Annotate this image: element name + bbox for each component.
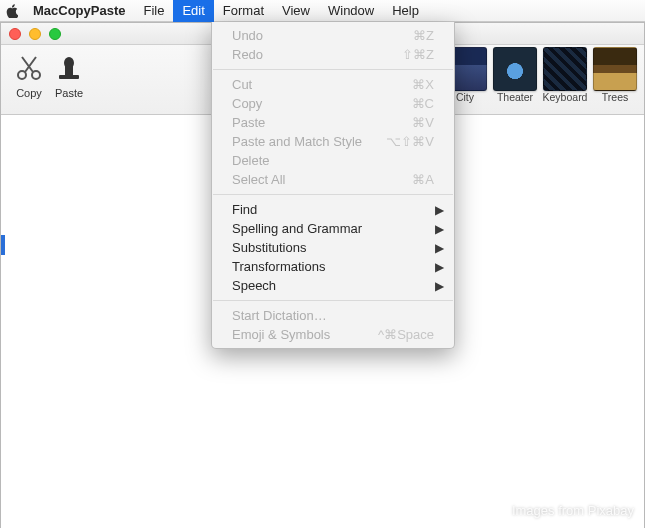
menu-item-cut: Cut⌘X	[212, 75, 454, 94]
chevron-right-icon: ▶	[435, 260, 444, 274]
window-close-button[interactable]	[9, 28, 21, 40]
menu-item-label: Substitutions	[232, 240, 434, 255]
menu-item-label: Emoji & Symbols	[232, 327, 378, 342]
menubar-app-name[interactable]: MacCopyPaste	[24, 0, 134, 22]
paste-toolbar-label: Paste	[55, 87, 83, 99]
menu-item-undo: Undo⌘Z	[212, 26, 454, 45]
menubar-format[interactable]: Format	[214, 0, 273, 22]
chevron-right-icon: ▶	[435, 241, 444, 255]
menu-item-shortcut: ⌘X	[412, 77, 434, 92]
menubar-help[interactable]: Help	[383, 0, 428, 22]
copy-toolbar-label: Copy	[16, 87, 42, 99]
menu-item-shortcut: ⌥⇧⌘V	[386, 134, 434, 149]
thumb-label: Trees	[602, 91, 628, 103]
menu-item-transformations[interactable]: Transformations▶	[212, 257, 454, 276]
window-minimize-button[interactable]	[29, 28, 41, 40]
menu-item-label: Undo	[232, 28, 413, 43]
keyboard-image-icon	[543, 47, 587, 91]
menu-item-shortcut: ⌘C	[412, 96, 434, 111]
menu-item-label: Find	[232, 202, 434, 217]
chevron-right-icon: ▶	[435, 222, 444, 236]
menu-separator	[213, 69, 453, 70]
menu-separator	[213, 194, 453, 195]
menubar-file[interactable]: File	[134, 0, 173, 22]
svg-rect-2	[59, 75, 79, 79]
menu-item-substitutions[interactable]: Substitutions▶	[212, 238, 454, 257]
menu-item-label: Paste	[232, 115, 412, 130]
menu-item-label: Cut	[232, 77, 412, 92]
menu-item-select-all: Select All⌘A	[212, 170, 454, 189]
menubar-view[interactable]: View	[273, 0, 319, 22]
menu-item-label: Transformations	[232, 259, 434, 274]
watermark-text: Images from Pixabay	[512, 503, 634, 518]
menu-item-label: Select All	[232, 172, 412, 187]
menu-item-shortcut: ⌘A	[412, 172, 434, 187]
window-zoom-button[interactable]	[49, 28, 61, 40]
svg-point-4	[64, 57, 74, 69]
thumb-label: City	[456, 91, 474, 103]
menubar-window[interactable]: Window	[319, 0, 383, 22]
menu-item-label: Start Dictation…	[232, 308, 434, 323]
theater-image-icon	[493, 47, 537, 91]
menu-separator	[213, 300, 453, 301]
paste-toolbar-button[interactable]: Paste	[49, 51, 89, 99]
menu-item-label: Spelling and Grammar	[232, 221, 434, 236]
menu-item-shortcut: ⌘V	[412, 115, 434, 130]
apple-menu[interactable]	[0, 4, 24, 18]
menu-item-paste-and-match-style: Paste and Match Style⌥⇧⌘V	[212, 132, 454, 151]
menu-item-label: Copy	[232, 96, 412, 111]
menu-item-find[interactable]: Find▶	[212, 200, 454, 219]
thumb-trees[interactable]: Trees	[592, 47, 638, 103]
apple-icon	[6, 4, 18, 18]
thumb-theater[interactable]: Theater	[492, 47, 538, 103]
menu-item-label: Paste and Match Style	[232, 134, 386, 149]
menu-item-copy: Copy⌘C	[212, 94, 454, 113]
menubar-edit[interactable]: Edit	[173, 0, 213, 22]
selection-indicator	[1, 235, 5, 255]
menu-item-label: Delete	[232, 153, 434, 168]
scissors-icon	[12, 51, 46, 85]
menu-item-emoji-symbols: Emoji & Symbols^⌘Space	[212, 325, 454, 344]
thumb-label: Theater	[497, 91, 533, 103]
chevron-right-icon: ▶	[435, 203, 444, 217]
menu-item-redo: Redo⇧⌘Z	[212, 45, 454, 64]
copy-toolbar-button[interactable]: Copy	[9, 51, 49, 99]
system-menubar: MacCopyPaste File Edit Format View Windo…	[0, 0, 645, 22]
svg-point-1	[32, 71, 40, 79]
stamp-icon	[52, 51, 86, 85]
menu-item-shortcut: ⇧⌘Z	[402, 47, 434, 62]
menu-item-label: Redo	[232, 47, 402, 62]
menu-item-shortcut: ^⌘Space	[378, 327, 434, 342]
menu-item-label: Speech	[232, 278, 434, 293]
menu-item-shortcut: ⌘Z	[413, 28, 434, 43]
edit-dropdown-menu: Undo⌘ZRedo⇧⌘ZCut⌘XCopy⌘CPaste⌘VPaste and…	[211, 22, 455, 349]
thumb-label: Keyboard	[543, 91, 588, 103]
menu-item-speech[interactable]: Speech▶	[212, 276, 454, 295]
chevron-right-icon: ▶	[435, 279, 444, 293]
trees-image-icon	[593, 47, 637, 91]
menu-item-paste: Paste⌘V	[212, 113, 454, 132]
menu-item-spelling-and-grammar[interactable]: Spelling and Grammar▶	[212, 219, 454, 238]
image-thumbnail-row: City Theater Keyboard Trees	[442, 47, 638, 103]
menu-item-start-dictation: Start Dictation…	[212, 306, 454, 325]
thumb-keyboard[interactable]: Keyboard	[542, 47, 588, 103]
svg-point-0	[18, 71, 26, 79]
menu-item-delete: Delete	[212, 151, 454, 170]
